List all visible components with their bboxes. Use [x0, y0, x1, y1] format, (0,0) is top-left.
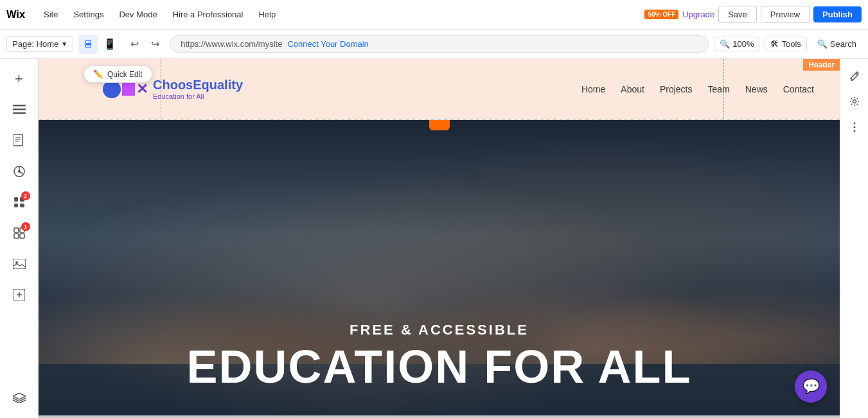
- menu-site[interactable]: Site: [37, 7, 64, 22]
- nav-contact[interactable]: Contact: [783, 84, 814, 94]
- svg-point-24: [853, 130, 855, 132]
- svg-point-21: [853, 100, 856, 103]
- url-bar: https://www.wix.com/mysite Connect Your …: [170, 35, 709, 53]
- header-section-label: Header: [803, 59, 840, 71]
- media-button[interactable]: [6, 250, 33, 277]
- device-switcher: 🖥 📱: [78, 35, 120, 54]
- svg-rect-13: [20, 234, 24, 238]
- hero-main-heading: EDUCATION FOR ALL: [39, 344, 840, 390]
- save-button[interactable]: Save: [718, 6, 757, 23]
- logo-title: ChoosEquality: [153, 77, 243, 92]
- svg-rect-2: [13, 109, 26, 110]
- url-text: https://www.wix.com/mysite: [181, 39, 282, 49]
- site-header[interactable]: ✏️ Quick Edit ✕ ChoosEquality Education …: [39, 59, 840, 120]
- svg-rect-14: [13, 259, 26, 269]
- logo-text-area: ChoosEquality Education for All: [153, 77, 243, 101]
- move-handle[interactable]: [429, 120, 450, 130]
- left-sidebar: +: [0, 59, 39, 418]
- pages-button[interactable]: [6, 127, 33, 154]
- upgrade-badge: 50% OFF: [644, 10, 678, 19]
- svg-rect-12: [14, 234, 19, 238]
- page-name: Page: Home: [12, 39, 58, 49]
- nav-projects[interactable]: Projects: [660, 84, 693, 94]
- app-market-badge: 1: [21, 222, 30, 231]
- tools-icon: 🛠: [770, 39, 779, 49]
- svg-rect-10: [14, 228, 19, 232]
- tools-label: Tools: [781, 39, 801, 49]
- menus-pages-button[interactable]: [6, 96, 33, 123]
- quick-edit-popup[interactable]: ✏️ Quick Edit: [84, 65, 152, 83]
- search-button[interactable]: 🔍 Search: [812, 37, 862, 51]
- nav-home[interactable]: Home: [581, 84, 605, 94]
- hero-subheading: FREE & ACCESSIBLE: [39, 322, 840, 338]
- logo-x: ✕: [136, 81, 148, 98]
- nav-about[interactable]: About: [621, 84, 644, 94]
- nav-menu: Home About Projects Team News Contact: [581, 84, 814, 94]
- chat-bubble-button[interactable]: 💬: [795, 370, 827, 403]
- logo-square: [122, 83, 135, 96]
- dashed-guide-left: [161, 59, 161, 119]
- svg-text:Wix: Wix: [6, 8, 26, 20]
- preview-button[interactable]: Preview: [761, 6, 810, 23]
- svg-marker-19: [13, 393, 26, 399]
- settings-button[interactable]: [843, 90, 866, 113]
- svg-rect-3: [13, 112, 26, 114]
- more-options-button[interactable]: [843, 116, 866, 139]
- svg-rect-4: [13, 134, 22, 146]
- nav-team[interactable]: Team: [708, 84, 730, 94]
- undo-button[interactable]: ↩: [125, 35, 144, 54]
- design-button[interactable]: [6, 158, 33, 185]
- page-selector[interactable]: Page: Home ▼: [6, 36, 73, 52]
- menu-hire-professional[interactable]: Hire a Professional: [166, 7, 250, 22]
- redo-button[interactable]: ↪: [145, 35, 164, 54]
- add-elements-button[interactable]: +: [6, 65, 33, 92]
- tools-button[interactable]: 🛠 Tools: [765, 37, 806, 51]
- svg-point-22: [853, 123, 855, 125]
- quick-edit-icon: ✏️: [93, 69, 103, 79]
- address-bar: Page: Home ▼ 🖥 📱 ↩ ↪ https://www.wix.com…: [0, 30, 868, 59]
- app-market-button[interactable]: 1: [6, 220, 33, 247]
- zoom-level: 100%: [732, 39, 754, 49]
- dashed-guide-right: [723, 59, 724, 119]
- logo-subtitle: Education for All: [153, 92, 243, 101]
- add-section-button[interactable]: [6, 281, 33, 308]
- mobile-view-button[interactable]: 📱: [100, 35, 120, 54]
- zoom-icon: 🔍: [720, 39, 730, 49]
- chat-icon: 💬: [802, 378, 820, 395]
- upgrade-link[interactable]: Upgrade: [682, 10, 714, 19]
- layers-button[interactable]: [6, 385, 33, 412]
- page-dropdown-icon: ▼: [61, 40, 67, 48]
- menu-help[interactable]: Help: [252, 7, 282, 22]
- canvas-area: ✏️ Quick Edit ✕ ChoosEquality Education …: [39, 59, 840, 418]
- apps-button[interactable]: 2: [6, 189, 33, 216]
- wix-logo[interactable]: Wix: [6, 3, 30, 26]
- connect-domain-link[interactable]: Connect Your Domain: [287, 39, 368, 49]
- zoom-control[interactable]: 🔍 100%: [714, 37, 759, 51]
- nav-news[interactable]: News: [745, 84, 768, 94]
- top-bar: Wix Site Settings Dev Mode Hire a Profes…: [0, 0, 868, 30]
- search-label: Search: [830, 39, 856, 49]
- menu-settings[interactable]: Settings: [67, 7, 110, 22]
- svg-point-9: [18, 170, 21, 173]
- hero-section[interactable]: FREE & ACCESSIBLE EDUCATION FOR ALL 💬: [39, 120, 840, 415]
- svg-point-23: [853, 126, 855, 128]
- publish-button[interactable]: Publish: [813, 6, 862, 22]
- hero-text-area: FREE & ACCESSIBLE EDUCATION FOR ALL: [39, 322, 840, 390]
- edit-button[interactable]: [843, 64, 866, 87]
- menu-dev-mode[interactable]: Dev Mode: [112, 7, 163, 22]
- apps-badge: 2: [21, 191, 30, 200]
- quick-edit-label: Quick Edit: [107, 70, 143, 79]
- desktop-view-button[interactable]: 🖥: [78, 35, 98, 54]
- main-area: +: [0, 59, 868, 418]
- svg-rect-1: [13, 105, 26, 107]
- right-sidebar: [840, 59, 868, 418]
- search-icon: 🔍: [817, 39, 828, 49]
